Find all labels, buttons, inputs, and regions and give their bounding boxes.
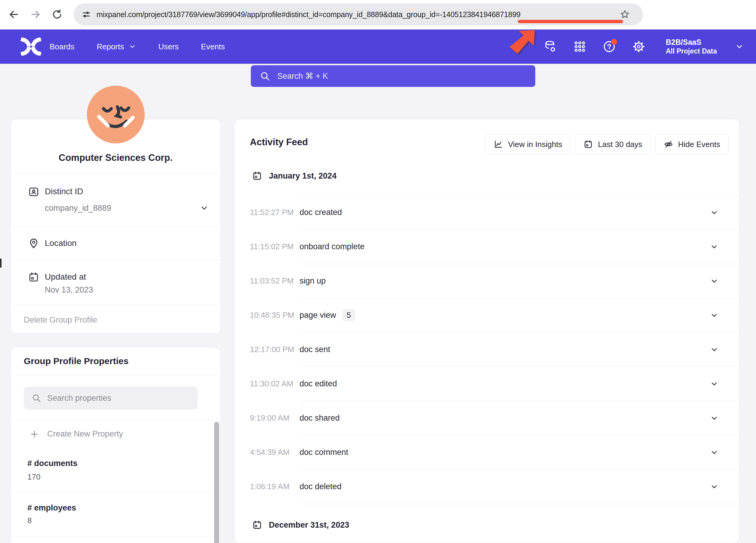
chevron-down-icon[interactable] <box>735 42 744 51</box>
event-time: 11:15:02 PM <box>250 242 300 251</box>
nav-item-reports[interactable]: Reports <box>97 42 136 51</box>
chevron-down-icon[interactable] <box>710 380 718 388</box>
field-label-location: Location <box>45 238 77 248</box>
apps-grid-button[interactable] <box>573 40 586 53</box>
view-in-insights-button[interactable]: View in Insights <box>485 134 570 154</box>
event-name: doc comment <box>300 448 348 457</box>
database-gear-icon <box>544 40 557 53</box>
nav-item-events[interactable]: Events <box>201 42 225 51</box>
nav-item-users[interactable]: Users <box>158 42 179 51</box>
browser-chrome: mixpanel.com/project/3187769/view/369904… <box>0 0 756 29</box>
chevron-down-icon[interactable] <box>710 208 718 217</box>
feed-event-row[interactable]: 11:52:27 PMdoc created <box>235 195 739 229</box>
properties-scrollbar[interactable] <box>214 422 219 543</box>
chevron-down-icon[interactable] <box>710 345 718 354</box>
group-profile-card: Computer Sciences Corp. Distinct ID comp… <box>11 119 221 333</box>
location-pin-icon <box>28 238 39 249</box>
search-placeholder: Search ⌘ + K <box>277 71 328 81</box>
divider <box>11 536 220 537</box>
event-time: 4:54:39 AM <box>250 448 300 457</box>
event-name: onboard complete <box>300 242 364 251</box>
event-time: 12:17:00 PM <box>250 345 300 354</box>
annotation-underline <box>518 20 623 23</box>
gear-icon <box>632 40 645 53</box>
chevron-down-icon[interactable] <box>200 204 209 213</box>
feed-event-row[interactable]: 1:06:19 AMdoc deleted <box>235 470 739 504</box>
chevron-down-icon[interactable] <box>710 243 718 251</box>
line-chart-icon <box>493 140 503 149</box>
search-icon <box>32 393 41 403</box>
settings-button[interactable] <box>632 40 645 53</box>
url-highlighted-id: -1405123841946871899 <box>440 10 521 19</box>
url-text[interactable]: mixpanel.com/project/3187769/view/369904… <box>97 3 521 26</box>
activity-feed-title: Activity Feed <box>250 137 308 148</box>
chevron-down-icon[interactable] <box>710 448 718 457</box>
hide-events-button[interactable]: Hide Events <box>655 134 729 154</box>
grid-icon <box>573 40 586 53</box>
feed-event-row[interactable]: 11:03:52 PMsign up <box>235 264 739 298</box>
company-name: Computer Sciences Corp. <box>11 152 220 163</box>
feed-actions: View in Insights Last 30 days Hide Event… <box>485 134 729 154</box>
properties-title: Group Profile Properties <box>24 356 128 366</box>
feed-event-row[interactable]: 10:48:35 PMpage view5 <box>235 298 739 332</box>
nav-item-boards[interactable]: Boards <box>50 42 74 51</box>
create-new-property-button[interactable]: Create New Property <box>30 429 123 439</box>
divider <box>11 491 220 492</box>
browser-back-button[interactable] <box>6 7 22 22</box>
feed-event-row[interactable]: 11:15:02 PMonboard complete <box>235 230 739 264</box>
calendar-icon <box>583 140 593 149</box>
event-name: doc sent <box>300 345 330 354</box>
feed-date-label: January 1st, 2024 <box>269 171 337 181</box>
property-name[interactable]: # employees <box>27 503 76 513</box>
mixpanel-logo-icon[interactable] <box>19 38 43 56</box>
feed-date-header: January 1st, 2024 <box>252 169 739 183</box>
property-name[interactable]: # documents <box>27 459 78 468</box>
event-name: page view <box>300 311 336 320</box>
field-label-distinct-id: Distinct ID <box>45 187 83 196</box>
forward-arrow-icon <box>30 9 41 20</box>
feed-list: January 1st, 202411:52:27 PMdoc created1… <box>235 161 739 532</box>
feed-date-header: December 31st, 2023 <box>252 518 739 532</box>
property-value: 170 <box>27 472 40 482</box>
delete-group-profile-button[interactable]: Delete Group Profile <box>24 315 97 325</box>
date-range-button[interactable]: Last 30 days <box>575 134 650 154</box>
feed-event-row[interactable]: 9:19:00 AMdoc shared <box>235 401 739 435</box>
calendar-icon <box>28 271 39 283</box>
feed-event-row[interactable]: 4:54:39 AMdoc comment <box>235 435 739 469</box>
field-value-updated-at: Nov 13, 2023 <box>45 285 93 295</box>
event-time: 11:52:27 PM <box>250 208 300 217</box>
site-info-icon[interactable] <box>81 9 92 20</box>
divider <box>300 504 739 504</box>
feed-event-row[interactable]: 11:30:02 AMdoc edited <box>235 367 739 401</box>
event-count-badge: 5 <box>342 309 355 321</box>
chevron-down-icon[interactable] <box>710 414 718 422</box>
chevron-down-icon[interactable] <box>710 311 718 320</box>
field-value-distinct-id: company_id_8889 <box>45 204 111 213</box>
help-button[interactable]: ? <box>603 40 616 53</box>
properties-search-input[interactable]: Search properties <box>24 387 198 410</box>
data-management-button[interactable] <box>544 40 557 53</box>
back-arrow-icon <box>8 9 19 20</box>
global-search-input[interactable]: Search ⌘ + K <box>251 65 535 87</box>
project-selector[interactable]: B2B/SaaS All Project Data <box>666 38 717 56</box>
divider <box>11 173 220 174</box>
divider <box>11 420 220 421</box>
property-value: 8 <box>27 516 32 525</box>
browser-reload-button[interactable] <box>49 7 65 22</box>
top-navbar: Boards Reports Users Events Search ⌘ + K <box>0 29 756 64</box>
reload-icon <box>52 9 63 20</box>
svg-text:?: ? <box>607 42 612 51</box>
nav-links: Boards Reports Users Events <box>50 29 225 64</box>
eye-off-icon <box>664 140 673 149</box>
chevron-down-icon[interactable] <box>710 277 718 285</box>
chevron-down-icon[interactable] <box>710 483 718 491</box>
feed-date-label: December 31st, 2023 <box>269 520 349 530</box>
feed-event-row[interactable]: 12:17:00 PMdoc sent <box>235 333 739 367</box>
bookmark-star-icon[interactable] <box>619 9 630 20</box>
divider <box>11 375 220 376</box>
notification-dot <box>611 39 617 45</box>
browser-forward-button[interactable] <box>28 7 43 22</box>
event-name: sign up <box>300 276 326 286</box>
edge-artifact <box>0 259 2 268</box>
divider <box>11 260 220 260</box>
